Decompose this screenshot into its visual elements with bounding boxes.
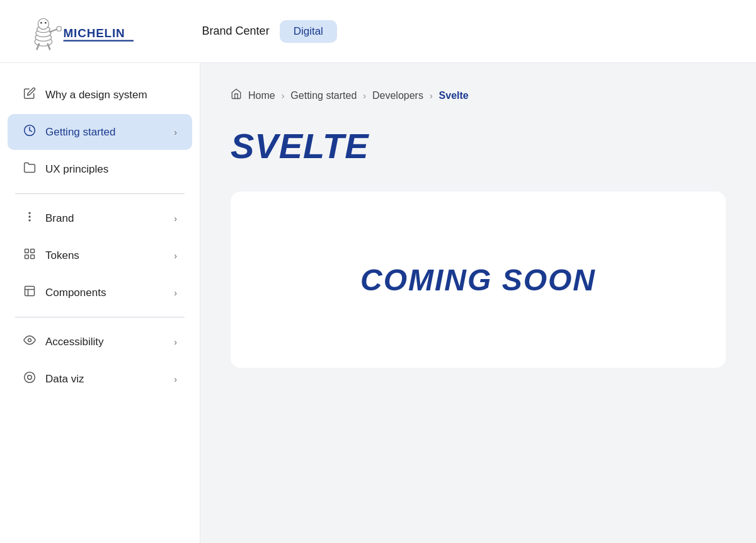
- logo-area: MICHELIN: [20, 13, 139, 50]
- sidebar-item-ux-principles[interactable]: UX principles: [8, 151, 192, 187]
- sidebar-divider-2: [15, 317, 185, 317]
- svg-text:MICHELIN: MICHELIN: [64, 26, 125, 39]
- svg-rect-7: [57, 26, 61, 31]
- svg-point-13: [28, 219, 30, 221]
- breadcrumb-current: Svelte: [439, 90, 469, 101]
- breadcrumb-sep-1: ›: [282, 91, 285, 101]
- svg-rect-15: [31, 249, 35, 253]
- sidebar-item-brand[interactable]: Brand ›: [8, 200, 192, 236]
- getting-started-chevron: ›: [174, 127, 177, 137]
- data-viz-icon: [23, 371, 37, 387]
- breadcrumb-developers[interactable]: Developers: [372, 90, 423, 101]
- sidebar-item-components[interactable]: Components ›: [8, 275, 192, 311]
- why-design-system-label: Why a design system: [45, 89, 177, 101]
- sidebar-item-tokens[interactable]: Tokens ›: [8, 237, 192, 273]
- svg-rect-17: [31, 255, 35, 259]
- components-chevron: ›: [174, 288, 177, 298]
- svg-rect-18: [25, 287, 35, 296]
- header-nav: Brand Center Digital: [202, 20, 337, 43]
- tokens-label: Tokens: [45, 249, 165, 262]
- coming-soon-card: COMING SOON: [231, 191, 726, 368]
- eye-icon: [23, 334, 37, 350]
- data-viz-chevron: ›: [174, 374, 177, 384]
- svg-point-12: [28, 215, 30, 217]
- michelin-logo-svg: MICHELIN: [20, 13, 139, 50]
- sidebar-item-accessibility[interactable]: Accessibility ›: [8, 324, 192, 360]
- edit-icon: [23, 87, 37, 103]
- header: MICHELIN Brand Center Digital: [0, 0, 756, 63]
- svg-point-23: [28, 375, 32, 380]
- breadcrumb: Home › Getting started › Developers › Sv…: [231, 88, 726, 103]
- components-label: Components: [45, 287, 165, 299]
- breadcrumb-sep-2: ›: [363, 91, 366, 101]
- svg-point-6: [45, 22, 47, 24]
- sidebar-item-getting-started[interactable]: Getting started ›: [8, 114, 192, 150]
- tokens-chevron: ›: [174, 251, 177, 261]
- sidebar-item-data-viz[interactable]: Data viz ›: [8, 361, 192, 397]
- svg-rect-16: [25, 255, 29, 259]
- brand-label: Brand: [45, 212, 165, 225]
- sidebar-item-why-design-system[interactable]: Why a design system: [8, 77, 192, 113]
- data-viz-label: Data viz: [45, 373, 165, 386]
- breadcrumb-sep-3: ›: [430, 91, 433, 101]
- accessibility-chevron: ›: [174, 337, 177, 347]
- digital-button[interactable]: Digital: [280, 20, 337, 43]
- page-title: SVELTE: [231, 125, 726, 166]
- home-icon: [231, 88, 242, 103]
- svg-rect-14: [25, 249, 29, 253]
- brand-center-link[interactable]: Brand Center: [202, 25, 270, 38]
- brand-chevron: ›: [174, 214, 177, 224]
- folder-icon: [23, 161, 37, 177]
- main-content: Home › Getting started › Developers › Sv…: [200, 63, 756, 543]
- svg-point-5: [40, 22, 42, 24]
- ux-principles-label: UX principles: [45, 163, 177, 176]
- svg-point-11: [28, 212, 30, 214]
- breadcrumb-home[interactable]: Home: [248, 90, 275, 101]
- getting-started-label: Getting started: [45, 126, 165, 139]
- sidebar: Why a design system Getting started › UX…: [0, 63, 200, 543]
- svg-point-21: [28, 339, 32, 342]
- components-icon: [23, 285, 37, 300]
- accessibility-label: Accessibility: [45, 336, 165, 348]
- sidebar-divider-1: [15, 193, 185, 194]
- tokens-icon: [23, 248, 37, 263]
- coming-soon-text: COMING SOON: [360, 263, 596, 297]
- breadcrumb-getting-started[interactable]: Getting started: [290, 90, 357, 101]
- svg-point-4: [38, 18, 49, 29]
- clock-icon: [23, 124, 37, 140]
- svg-point-22: [25, 372, 35, 383]
- dots-icon: [23, 210, 37, 226]
- app-layout: Why a design system Getting started › UX…: [0, 63, 756, 543]
